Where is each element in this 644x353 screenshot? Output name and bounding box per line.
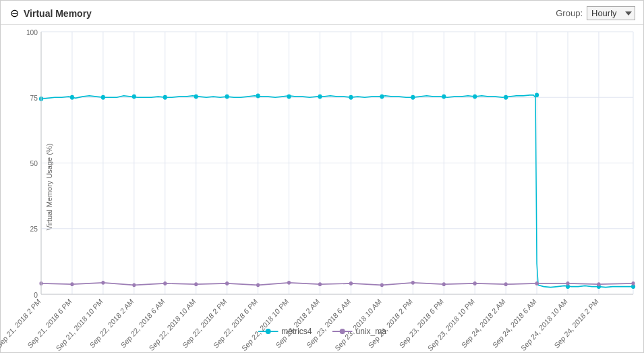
svg-point-77 [287,281,291,285]
svg-point-65 [535,92,539,97]
svg-point-58 [318,94,322,99]
chart-legend: metrics4 unix_ma [258,327,386,336]
svg-point-50 [70,95,74,100]
svg-point-57 [287,94,291,99]
legend-item-unix-ma: unix_ma [332,327,386,336]
svg-point-71 [101,281,105,285]
svg-point-59 [349,95,353,100]
chart-svg: .grid-line { stroke: #e0e5f0; stroke-wid… [41,32,633,294]
svg-point-53 [163,95,167,100]
svg-point-73 [163,281,167,286]
svg-point-83 [473,281,477,286]
svg-point-74 [194,282,198,286]
svg-point-81 [411,281,415,285]
svg-point-55 [225,94,229,99]
svg-point-64 [504,95,508,100]
legend-line-metrics4 [258,327,278,335]
svg-point-52 [132,94,136,99]
svg-text:100: 100 [26,28,38,36]
svg-point-86 [566,281,569,286]
panel-title: Virtual Memory [24,8,92,19]
svg-point-80 [380,283,384,287]
group-label: Group: [556,8,583,18]
panel-header: ⊖ Virtual Memory Group: Hourly Daily Wee… [1,1,643,25]
svg-text:25: 25 [30,225,38,234]
svg-point-78 [318,282,322,286]
svg-text:75: 75 [30,93,38,102]
virtual-memory-panel: ⊖ Virtual Memory Group: Hourly Daily Wee… [0,0,644,353]
svg-point-88 [631,281,635,286]
legend-label-unix-ma: unix_ma [355,327,386,336]
legend-item-metrics4: metrics4 [258,327,312,336]
svg-point-60 [380,94,384,99]
svg-point-75 [225,281,229,286]
svg-point-54 [194,94,198,99]
svg-text:50: 50 [30,159,38,168]
unix-ma-line [41,283,633,285]
svg-point-94 [339,329,345,334]
svg-point-61 [411,95,415,100]
svg-point-79 [349,281,353,286]
legend-line-unix-ma [332,327,352,335]
chart-inner: .grid-line { stroke: #e0e5f0; stroke-wid… [41,32,633,294]
svg-point-62 [442,94,446,99]
svg-point-56 [256,94,260,99]
svg-point-63 [473,94,477,99]
svg-point-82 [442,282,446,286]
chart-area: Virtual Memory Usage (%) .grid-line { st… [1,25,643,348]
group-dropdown[interactable]: Hourly Daily Weekly Monthly [587,6,635,20]
svg-point-51 [101,95,105,100]
collapse-icon[interactable]: ⊖ [9,8,20,19]
svg-point-87 [597,282,600,286]
metrics4-line [41,95,633,288]
title-area: ⊖ Virtual Memory [9,8,92,19]
metrics4-dots [39,92,635,289]
svg-point-70 [70,282,74,286]
svg-point-76 [256,283,260,287]
legend-label-metrics4: metrics4 [281,327,312,336]
svg-point-72 [132,283,136,287]
svg-point-92 [265,329,270,334]
svg-point-84 [504,282,508,286]
svg-point-85 [535,281,539,286]
group-selector: Group: Hourly Daily Weekly Monthly [556,6,635,20]
